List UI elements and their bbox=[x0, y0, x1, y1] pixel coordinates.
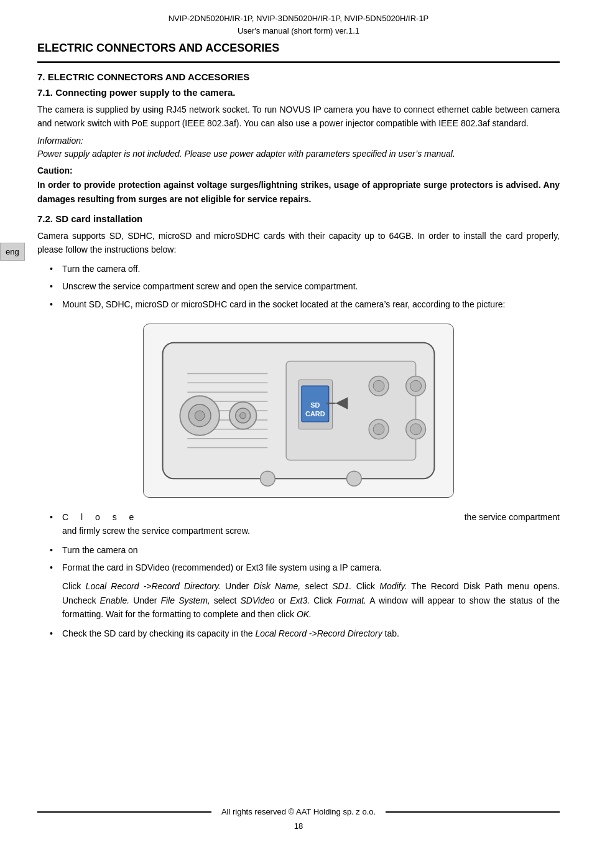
caution-text: In order to provide protection against v… bbox=[37, 178, 560, 206]
section71-heading: 7.1. Connecting power supply to the came… bbox=[37, 87, 560, 98]
close-left-text: C l o s e bbox=[62, 510, 139, 524]
close-bullet-list: C l o s e the service compartment and fi… bbox=[50, 510, 560, 538]
info-block: Information: Power supply adapter is not… bbox=[37, 136, 560, 161]
section7-heading: 7. ELECTRIC CONNECTORS AND ACCESORIES bbox=[37, 72, 560, 82]
top-divider bbox=[37, 61, 560, 63]
header-line1: NVIP-2DN5020H/IR-1P, NVIP-3DN5020H/IR-1P… bbox=[37, 12, 560, 25]
footer-area: All rights reserved © AAT Holding sp. z … bbox=[37, 807, 560, 831]
list-item-turn-on: Turn the camera on bbox=[50, 543, 560, 557]
svg-point-31 bbox=[260, 471, 275, 486]
camera-svg: SD CARD bbox=[144, 324, 453, 497]
svg-point-28 bbox=[410, 380, 422, 391]
info-text: Power supply adapter is not included. Pl… bbox=[37, 147, 560, 161]
footer-line-wrapper: All rights reserved © AAT Holding sp. z … bbox=[37, 807, 560, 816]
header-line2: User's manual (short form) ver.1.1 bbox=[37, 25, 560, 37]
bullet-list-3: Check the SD card by checking its capaci… bbox=[50, 627, 560, 640]
svg-point-26 bbox=[373, 424, 384, 435]
svg-point-24 bbox=[373, 380, 384, 391]
footer-line-left bbox=[37, 811, 211, 813]
section72-intro: Camera supports SD, SDHC, microSD and mi… bbox=[37, 229, 560, 257]
section-main-heading: ELECTRIC CONNECTORS AND ACCESORIES bbox=[37, 42, 560, 55]
bullet-list-2: Turn the camera on Format the card in SD… bbox=[50, 543, 560, 575]
close-list-item: C l o s e the service compartment and fi… bbox=[50, 510, 560, 538]
close-sub-text: and firmly screw the service compartment… bbox=[62, 524, 560, 538]
svg-text:CARD: CARD bbox=[305, 410, 325, 418]
footer-text: All rights reserved © AAT Holding sp. z … bbox=[221, 807, 376, 816]
svg-point-30 bbox=[410, 424, 422, 435]
svg-point-32 bbox=[346, 471, 361, 486]
info-label: Information: bbox=[37, 136, 560, 146]
bullet-list-1: Turn the camera off. Unscrew the service… bbox=[50, 262, 560, 311]
list-item-check: Check the SD card by checking its capaci… bbox=[50, 627, 560, 640]
svg-point-15 bbox=[240, 413, 246, 419]
format-instruction: Click Local Record ->Record Directory. U… bbox=[62, 579, 560, 621]
doc-header: NVIP-2DN5020H/IR-1P, NVIP-3DN5020H/IR-1P… bbox=[37, 12, 560, 37]
language-tab: eng bbox=[0, 243, 25, 261]
list-item: Mount SD, SDHC, microSD or microSDHC car… bbox=[50, 297, 560, 311]
svg-point-12 bbox=[195, 411, 205, 421]
close-line: C l o s e the service compartment bbox=[62, 510, 560, 524]
page-number: 18 bbox=[37, 821, 560, 831]
list-item: Unscrew the service compartment screw an… bbox=[50, 279, 560, 293]
para1: The camera is supplied by using RJ45 net… bbox=[37, 103, 560, 131]
camera-diagram: SD CARD bbox=[143, 324, 454, 498]
close-right-text: the service compartment bbox=[465, 510, 560, 524]
footer-line-right bbox=[386, 811, 560, 813]
caution-label: Caution: bbox=[37, 166, 560, 175]
list-item-format: Format the card in SDVideo (recommended)… bbox=[50, 561, 560, 574]
list-item: Turn the camera off. bbox=[50, 262, 560, 276]
page-wrapper: eng NVIP-2DN5020H/IR-1P, NVIP-3DN5020H/I… bbox=[0, 0, 597, 868]
svg-text:SD: SD bbox=[310, 401, 320, 409]
section72-heading: 7.2. SD card installation bbox=[37, 213, 560, 224]
